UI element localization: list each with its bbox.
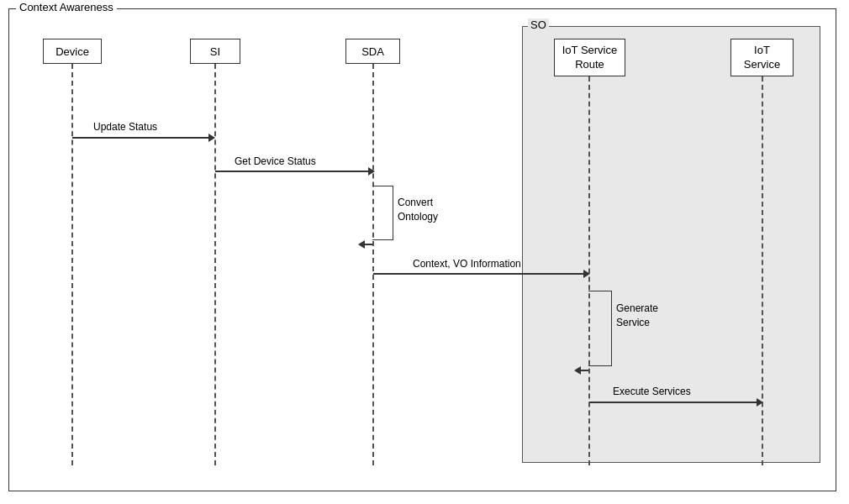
arrow-convert-return bbox=[358, 240, 372, 249]
lifeline-line-device bbox=[71, 64, 73, 465]
arrow-execute-services-label: Execute Services bbox=[613, 386, 691, 397]
arrow-update-status-label: Update Status bbox=[93, 121, 157, 133]
arrow-update-status bbox=[72, 134, 215, 142]
arrow-execute-services bbox=[589, 398, 763, 407]
self-call-convert-ontology-label: ConvertOntology bbox=[398, 196, 438, 224]
so-box: SO bbox=[522, 26, 820, 463]
arrow-context-vo bbox=[373, 270, 590, 278]
self-call-convert-ontology-lines bbox=[372, 186, 393, 240]
self-call-generate-service-lines bbox=[588, 291, 612, 366]
lifeline-sda: SDA bbox=[345, 39, 400, 64]
arrow-generate-return bbox=[574, 366, 588, 375]
lifeline-iot-route: IoT ServiceRoute bbox=[554, 39, 625, 76]
lifeline-iot-service: IoTService bbox=[730, 39, 794, 76]
diagram-frame: Context Awareness SO Device SI SDA IoT S… bbox=[8, 8, 836, 491]
lifeline-si: SI bbox=[190, 39, 240, 64]
arrow-context-vo-label: Context, VO Information bbox=[413, 258, 521, 270]
arrow-get-device-status-label: Get Device Status bbox=[235, 155, 316, 167]
lifeline-line-iot-service bbox=[762, 76, 763, 465]
lifeline-line-sda bbox=[372, 64, 374, 465]
arrow-get-device-status bbox=[215, 167, 375, 176]
so-label: SO bbox=[528, 18, 549, 31]
lifeline-device: Device bbox=[43, 39, 102, 64]
context-label: Context Awareness bbox=[16, 1, 117, 13]
lifeline-line-si bbox=[214, 64, 216, 465]
self-call-generate-service-label: GenerateService bbox=[616, 302, 658, 330]
